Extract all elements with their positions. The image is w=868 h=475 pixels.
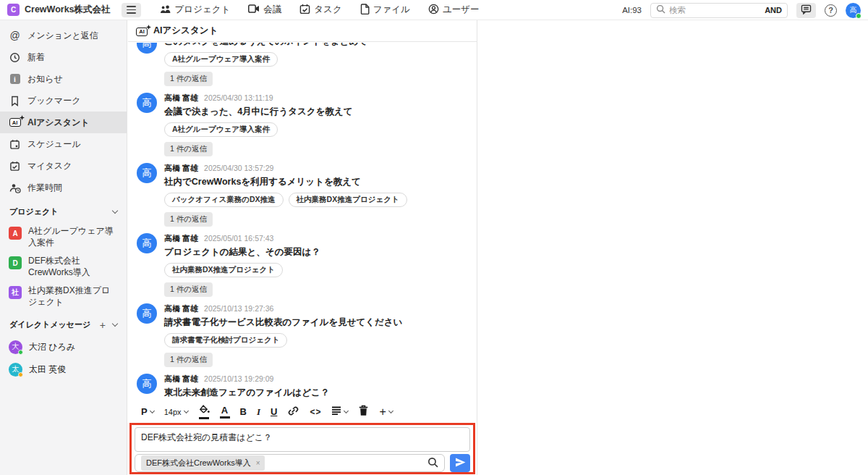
dm-label: 太田 英俊 (29, 363, 66, 376)
sidebar-item-schedule[interactable]: スケジュール (0, 133, 127, 155)
sidebar-project-def[interactable]: D DEF株式会社CrewWorks導入 (0, 252, 127, 282)
delete-button[interactable] (358, 405, 369, 419)
message: 高 このタスクを進めるうえでのポイントをまとめて A社グループウェア導入案件 1… (137, 43, 477, 86)
sender-name[interactable]: 高橋 富雄 (164, 163, 198, 174)
chip-remove-icon[interactable]: × (256, 460, 260, 467)
nav-meetings[interactable]: 会議 (248, 4, 281, 16)
project-tag[interactable]: 社内業務DX推進プロジェクト (164, 263, 283, 277)
global-search[interactable]: AND (650, 3, 788, 18)
align-icon (331, 406, 341, 417)
sidebar-item-my-tasks[interactable]: マイタスク (0, 155, 127, 177)
bold-button[interactable]: B (240, 406, 247, 417)
nav-label: 会議 (263, 4, 281, 16)
search-operator-toggle[interactable]: AND (765, 6, 782, 14)
page-title: AIアシスタント (153, 25, 218, 37)
user-circle-icon (428, 4, 439, 17)
ai-assistant-icon: AI (9, 118, 21, 127)
topbar-right: AI:93 AND ? 高 (622, 0, 861, 20)
timestamp: 2025/04/30 13:11:19 (204, 93, 273, 102)
sidebar-item-label: お知らせ (27, 73, 63, 85)
trash-icon (358, 405, 369, 419)
code-button[interactable]: <> (310, 407, 321, 417)
sidebar-item-bookmarks[interactable]: ブックマーク (0, 90, 127, 112)
add-dropdown[interactable]: + (379, 405, 392, 419)
target-input[interactable]: DEF株式会社CrewWorks導入 × (135, 454, 445, 472)
reply-count-badge[interactable]: 1 件の返信 (164, 353, 213, 367)
help-button[interactable]: ? (825, 4, 837, 17)
project-tag[interactable]: A社グループウェア導入案件 (164, 52, 278, 67)
sidebar-dm-ota[interactable]: 太 太田 英俊 (0, 358, 127, 381)
sender-name[interactable]: 高橋 富雄 (164, 93, 198, 104)
reply-count-badge[interactable]: 1 件の返信 (164, 282, 213, 297)
message-text: 請求書電子化サービス比較表のファイルを見せてください (164, 316, 402, 329)
project-tag[interactable]: 請求書電子化検討プロジェクト (164, 333, 287, 348)
project-tag[interactable]: A社グループウェア導入案件 (164, 122, 278, 137)
user-avatar[interactable]: 高 (846, 3, 861, 18)
align-dropdown[interactable] (331, 406, 348, 417)
timestamp: 2025/05/01 16:57:43 (204, 234, 273, 243)
nav-users[interactable]: ユーザー (428, 4, 480, 17)
nav-tasks[interactable]: タスク (299, 4, 341, 17)
avatar: 高 (137, 93, 157, 113)
projects-section-header[interactable]: プロジェクト (0, 201, 127, 222)
sidebar-item-new[interactable]: 新着 (0, 46, 127, 68)
company-name: CrewWorks株式会社 (25, 4, 111, 16)
reply-count-badge[interactable]: 1 件の返信 (164, 212, 213, 227)
message-text: このタスクを進めるうえでのポイントをまとめて (164, 43, 367, 48)
sidebar: @ メンションと返信 新着 i お知らせ ブックマーク AI AIアシスタント … (0, 20, 127, 475)
message-text: 社内でCrewWorksを利用するメリットを教えて (164, 176, 407, 188)
chevron-down-icon (183, 408, 188, 413)
sidebar-item-ai-assistant[interactable]: AI AIアシスタント (0, 112, 127, 133)
nav-files[interactable]: ファイル (360, 4, 410, 17)
sidebar-item-announcements[interactable]: i お知らせ (0, 68, 127, 90)
sidebar-item-label: ブックマーク (27, 95, 80, 107)
at-icon: @ (9, 30, 21, 41)
sender-name[interactable]: 高橋 富雄 (164, 303, 198, 314)
sidebar-item-mentions[interactable]: @ メンションと返信 (0, 25, 127, 46)
send-button[interactable] (450, 454, 470, 472)
reply-count-badge[interactable]: 1 件の返信 (164, 142, 213, 156)
composer-target-row: DEF株式会社CrewWorks導入 × (135, 454, 470, 472)
reply-count-badge[interactable]: 1 件の返信 (164, 72, 213, 86)
link-button[interactable] (287, 405, 299, 419)
message-input[interactable]: DEF株式会社宛の見積書はどこ？ (135, 427, 470, 452)
sidebar-item-label: マイタスク (27, 160, 72, 172)
message: 高 高橋 富雄 2025/04/30 13:11:19 会議で決まった、4月中に… (137, 93, 477, 156)
sender-name[interactable]: 高橋 富雄 (164, 233, 198, 244)
sidebar-item-work-time[interactable]: 作業時間 (0, 177, 127, 198)
fill-color-icon (198, 405, 210, 416)
fill-color-button[interactable] (198, 405, 210, 419)
search-input[interactable] (669, 6, 761, 14)
chat-panel-button[interactable] (796, 3, 816, 18)
dm-section-header[interactable]: ダイレクトメッセージ + (0, 314, 127, 336)
sidebar-project-a[interactable]: A A社グループウェア導入案件 (0, 222, 127, 252)
paragraph-style-dropdown[interactable]: P (141, 406, 154, 417)
avatar: 高 (137, 43, 157, 54)
sidebar-dm-onuma[interactable]: 大 大沼 ひろみ (0, 336, 127, 358)
add-dm-icon[interactable]: + (100, 319, 106, 331)
message: 高 高橋 富雄 2025/10/13 19:29:09 東北未来創造フェアのファ… (137, 374, 477, 401)
chevron-down-icon (112, 321, 118, 327)
font-size-dropdown[interactable]: 14px (164, 408, 188, 416)
text-color-icon: A (221, 405, 228, 416)
chevron-down-icon (344, 408, 349, 413)
sidebar-item-label: 新着 (27, 51, 45, 64)
project-tag[interactable]: バックオフィス業務のDX推進 (164, 193, 284, 207)
project-tag[interactable]: 社内業務DX推進プロジェクト (289, 193, 407, 207)
underline-button[interactable]: U (271, 406, 277, 417)
search-icon[interactable] (427, 457, 438, 470)
project-badge: D (9, 256, 22, 269)
hamburger-menu-button[interactable] (122, 3, 141, 17)
main-nav: プロジェクト 会議 タスク ファイル ユーザー (160, 4, 480, 17)
app-logo: C (7, 4, 20, 16)
sender-name[interactable]: 高橋 富雄 (164, 374, 198, 384)
message-list[interactable]: 高 このタスクを進めるうえでのポイントをまとめて A社グループウェア導入案件 1… (128, 43, 477, 401)
chevron-down-icon (112, 207, 118, 213)
timestamp: 2025/10/13 19:29:09 (204, 374, 273, 383)
file-icon (360, 4, 370, 17)
text-color-button[interactable]: A (220, 405, 230, 419)
nav-projects[interactable]: プロジェクト (160, 4, 231, 16)
search-icon (656, 4, 665, 16)
italic-button[interactable]: I (257, 406, 260, 418)
sidebar-project-dx[interactable]: 社 社内業務DX推進プロジェクト (0, 282, 127, 311)
